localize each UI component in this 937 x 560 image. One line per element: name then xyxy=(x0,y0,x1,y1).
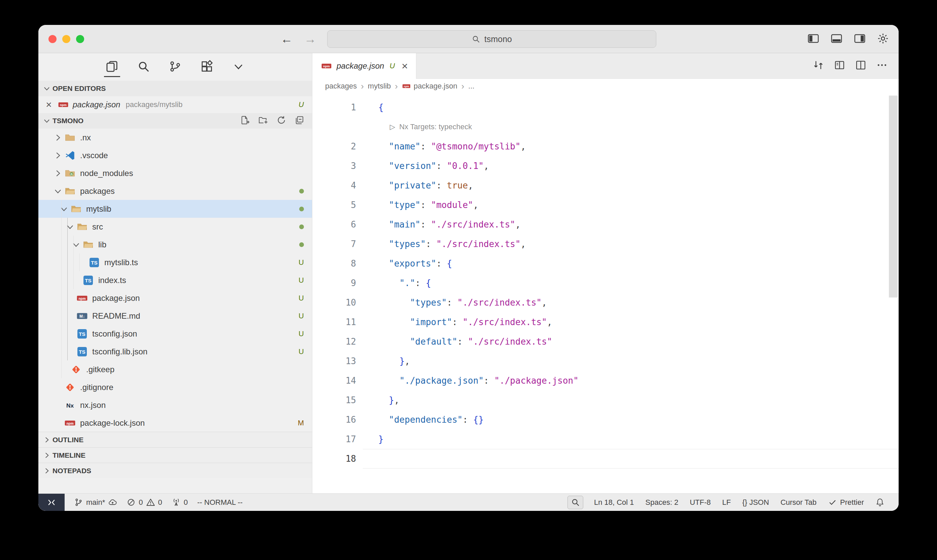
close-tab-icon[interactable]: × xyxy=(402,61,408,71)
tree-item-mytslib[interactable]: mytslib xyxy=(38,200,312,218)
editor-scrollbar[interactable] xyxy=(889,95,898,297)
tree-item-package-lock.json[interactable]: npmpackage-lock.jsonM xyxy=(38,414,312,432)
code-token xyxy=(378,297,410,308)
breadcrumb-item[interactable]: packages xyxy=(325,82,357,91)
editor-action-layout[interactable] xyxy=(834,59,845,72)
tree-item-README.md[interactable]: M↓README.mdU xyxy=(38,307,312,325)
breadcrumb-item[interactable]: npmpackage.json xyxy=(402,82,457,91)
tree-item-nx.json[interactable]: Nxnx.json xyxy=(38,396,312,414)
explorer-action-refresh[interactable] xyxy=(276,115,288,127)
status-problems[interactable]: 00 xyxy=(122,494,167,511)
code-line-16[interactable]: "dependencies": {} xyxy=(363,410,899,429)
section-timeline[interactable]: TIMELINE xyxy=(38,447,312,463)
tree-item-node_modules[interactable]: nnode_modules xyxy=(38,164,312,182)
activity-source-control[interactable] xyxy=(167,57,183,77)
editor-action-more[interactable] xyxy=(876,59,888,72)
tree-item-.nx[interactable]: .nx xyxy=(38,129,312,146)
code-line-3[interactable]: "version": "0.0.1", xyxy=(363,156,899,176)
explorer-actions xyxy=(240,115,306,127)
status-git-branch[interactable]: main* xyxy=(69,494,122,511)
code-line-10[interactable]: "types": "./src/index.ts", xyxy=(363,293,899,312)
code-line-2[interactable]: "name": "@tsmono/mytslib", xyxy=(363,137,899,156)
section-notepads[interactable]: NOTEPADS xyxy=(38,463,312,478)
editor-action-split-editor[interactable] xyxy=(855,59,867,72)
explorer-action-new-file[interactable] xyxy=(240,115,251,127)
code-line-17[interactable]: } xyxy=(363,429,899,449)
activity-search[interactable] xyxy=(135,57,152,77)
status-eol[interactable]: LF xyxy=(717,494,736,511)
titlebar-action-panel-right[interactable] xyxy=(854,32,866,46)
open-editor-item[interactable]: ×npmpackage.jsonpackages/mytslibU xyxy=(38,96,312,113)
npm-icon: npm xyxy=(57,100,69,110)
back-button[interactable]: ← xyxy=(281,32,293,46)
code-line-11[interactable]: "import": "./src/index.ts", xyxy=(363,312,899,332)
explorer-header[interactable]: TSMONO xyxy=(38,113,312,129)
activity-extensions[interactable] xyxy=(199,57,215,77)
activity-chevron-down[interactable] xyxy=(231,57,247,77)
status-remote-indicator[interactable] xyxy=(38,494,65,511)
status-language-mode[interactable]: {} JSON xyxy=(737,494,774,511)
code-line-13[interactable]: }, xyxy=(363,351,899,371)
code-line-12[interactable]: "default": "./src/index.ts" xyxy=(363,332,899,351)
tree-item-index.ts[interactable]: TSindex.tsU xyxy=(38,271,312,289)
close-button[interactable] xyxy=(48,35,57,43)
titlebar-action-gear[interactable] xyxy=(877,32,889,46)
explorer-action-collapse-all[interactable] xyxy=(294,115,306,127)
tree-item-.gitkeep[interactable]: .gitkeep xyxy=(38,360,312,378)
tree-item-packages[interactable]: packages xyxy=(38,182,312,200)
status-cursor-tab[interactable]: Cursor Tab xyxy=(776,494,821,511)
line-number: 17 xyxy=(312,429,363,449)
status-indentation[interactable]: Spaces: 2 xyxy=(641,494,683,511)
code-line-14[interactable]: "./package.json": "./package.json" xyxy=(363,371,899,391)
status-cursor-position[interactable]: Ln 18, Col 1 xyxy=(589,494,639,511)
section-outline[interactable]: OUTLINE xyxy=(38,432,312,447)
tree-item-src[interactable]: src xyxy=(38,218,312,235)
tree-item-.vscode[interactable]: .vscode xyxy=(38,146,312,164)
code-line-8[interactable]: "exports": { xyxy=(363,254,899,273)
tree-item-package.json[interactable]: npmpackage.jsonU xyxy=(38,289,312,307)
code-token: : xyxy=(420,142,431,151)
titlebar-action-panel-bottom[interactable] xyxy=(830,32,843,46)
breadcrumb-label: ... xyxy=(468,82,474,91)
command-center-search[interactable]: tsmono xyxy=(327,30,656,48)
tree-item-.gitignore[interactable]: .gitignore xyxy=(38,378,312,396)
status-formatter[interactable]: Prettier xyxy=(823,494,869,511)
minimize-button[interactable] xyxy=(62,35,70,43)
code-line-6[interactable]: "main": "./src/index.ts", xyxy=(363,215,899,234)
code-token: "dependencies" xyxy=(389,415,462,425)
tree-item-mytslib.ts[interactable]: TSmytslib.tsU xyxy=(38,254,312,271)
svg-text:TS: TS xyxy=(79,331,86,337)
tree-item-lib[interactable]: lib xyxy=(38,235,312,254)
close-editor-icon[interactable]: × xyxy=(44,100,54,110)
ts-icon: TS xyxy=(76,328,88,339)
code-line-7[interactable]: "types": "./src/index.ts", xyxy=(363,234,899,254)
status-zoom-control[interactable] xyxy=(568,496,583,509)
code-line-18[interactable] xyxy=(363,449,899,468)
forward-button[interactable]: → xyxy=(304,32,316,46)
line-number: 6 xyxy=(312,215,363,234)
status-encoding[interactable]: UTF-8 xyxy=(685,494,715,511)
language-mode-label: {} JSON xyxy=(742,498,769,507)
explorer-action-new-folder[interactable] xyxy=(258,115,269,127)
zoom-button[interactable] xyxy=(76,35,84,43)
editor-tab-package.json[interactable]: npmpackage.jsonU× xyxy=(312,53,416,79)
code-line-15[interactable]: }, xyxy=(363,391,899,410)
code-line-9[interactable]: ".": { xyxy=(363,273,899,293)
code-line-5[interactable]: "type": "module", xyxy=(363,195,899,215)
tree-item-tsconfig.json[interactable]: TStsconfig.jsonU xyxy=(38,325,312,343)
status-broadcast[interactable]: 0 xyxy=(167,494,192,511)
codelens[interactable]: ▷Nx Targets: typecheck xyxy=(363,117,899,137)
open-editors-header[interactable]: OPEN EDITORS xyxy=(38,81,312,96)
editor-action-compare[interactable] xyxy=(812,59,824,72)
status-vim-mode[interactable]: -- NORMAL -- xyxy=(192,494,248,511)
breadcrumb-item[interactable]: ... xyxy=(468,82,474,91)
code-line-1[interactable]: { xyxy=(363,98,899,117)
file-tree: .nx.vscodennode_modulespackagesmytslibsr… xyxy=(38,129,312,432)
git-branch-label: main* xyxy=(86,498,105,507)
activity-explorer[interactable] xyxy=(104,57,120,77)
code-line-4[interactable]: "private": true, xyxy=(363,176,899,195)
breadcrumb-item[interactable]: mytslib xyxy=(368,82,391,91)
status-notifications[interactable] xyxy=(871,494,889,511)
titlebar-action-panel-left[interactable] xyxy=(807,32,820,46)
tree-item-tsconfig.lib.json[interactable]: TStsconfig.lib.jsonU xyxy=(38,343,312,360)
